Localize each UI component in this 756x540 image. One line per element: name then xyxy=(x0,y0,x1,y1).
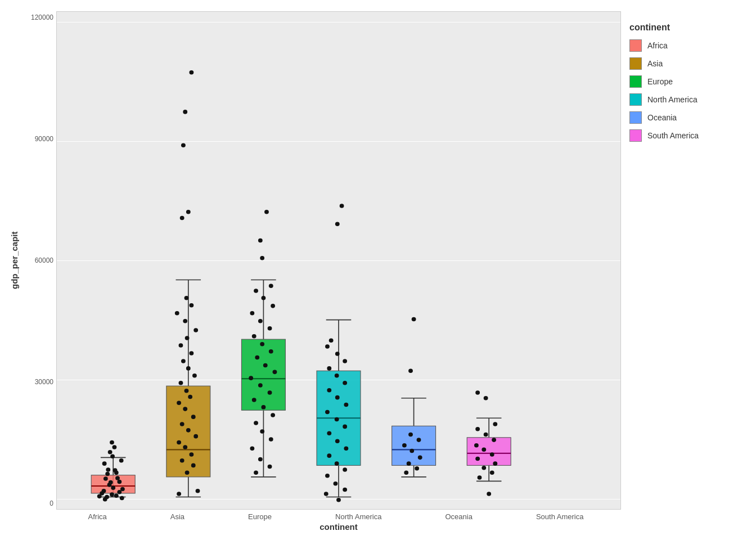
svg-point-162 xyxy=(482,466,486,470)
svg-point-79 xyxy=(254,471,258,475)
svg-point-85 xyxy=(254,421,258,425)
legend-label-africa: Africa xyxy=(647,41,668,50)
svg-point-8 xyxy=(110,440,114,445)
svg-point-80 xyxy=(268,465,272,469)
svg-point-14 xyxy=(111,485,115,490)
svg-point-9 xyxy=(106,467,110,472)
svg-point-54 xyxy=(184,389,189,393)
svg-point-131 xyxy=(335,374,339,378)
svg-point-86 xyxy=(271,413,275,417)
svg-point-26 xyxy=(102,461,107,466)
x-tick-oceania: Oceania xyxy=(445,512,472,521)
svg-point-43 xyxy=(180,458,184,463)
svg-point-173 xyxy=(475,390,480,395)
svg-point-95 xyxy=(269,349,273,354)
legend-item-southamerica: South America xyxy=(629,129,742,142)
svg-point-174 xyxy=(487,492,491,496)
svg-point-136 xyxy=(336,498,341,502)
svg-point-17 xyxy=(110,492,114,497)
legend-item-asia: Asia xyxy=(629,57,742,70)
x-axis-area: Africa Asia Europe North America Oceania… xyxy=(56,510,615,521)
svg-point-163 xyxy=(493,461,497,466)
svg-point-82 xyxy=(250,446,254,451)
svg-point-7 xyxy=(112,445,117,449)
boxplot-oceania xyxy=(392,317,436,477)
svg-point-45 xyxy=(183,445,187,449)
svg-point-148 xyxy=(410,449,414,453)
svg-point-122 xyxy=(335,439,340,443)
x-ticks-row: Africa Asia Europe North America Oceania… xyxy=(56,510,615,521)
legend-box-northamerica xyxy=(629,93,642,106)
svg-point-39 xyxy=(189,70,194,75)
svg-point-42 xyxy=(191,464,196,468)
svg-point-166 xyxy=(482,448,486,452)
svg-point-104 xyxy=(269,284,273,289)
svg-point-22 xyxy=(109,480,113,485)
svg-point-89 xyxy=(268,390,272,395)
svg-point-161 xyxy=(490,471,494,475)
svg-point-120 xyxy=(327,453,331,458)
svg-point-135 xyxy=(325,344,330,349)
plot-panel xyxy=(56,11,621,510)
svg-point-146 xyxy=(407,461,411,466)
legend-box-asia xyxy=(629,57,642,70)
chart-area: gdp_per_capit 120000 90000 60000 30000 0 xyxy=(6,11,621,534)
chart-container: gdp_per_capit 120000 90000 60000 30000 0 xyxy=(0,0,756,540)
svg-point-63 xyxy=(183,319,187,323)
svg-point-132 xyxy=(327,366,331,371)
svg-point-123 xyxy=(327,431,331,435)
plot-svg xyxy=(57,12,620,509)
legend-box-africa xyxy=(629,39,642,52)
svg-point-112 xyxy=(335,222,340,227)
svg-point-27 xyxy=(119,458,124,463)
svg-point-105 xyxy=(260,256,264,260)
svg-point-171 xyxy=(493,422,497,426)
svg-point-41 xyxy=(185,471,190,475)
legend-item-northamerica: North America xyxy=(629,93,742,106)
svg-point-28 xyxy=(110,454,115,458)
svg-point-88 xyxy=(252,398,256,402)
svg-point-47 xyxy=(194,434,198,439)
svg-point-114 xyxy=(324,492,328,496)
svg-point-38 xyxy=(183,110,187,114)
svg-point-92 xyxy=(273,370,277,375)
y-tick-30000: 30000 xyxy=(35,379,53,385)
svg-point-46 xyxy=(177,440,181,445)
svg-point-164 xyxy=(475,457,480,461)
svg-point-151 xyxy=(408,433,413,437)
svg-point-69 xyxy=(186,210,191,214)
svg-point-125 xyxy=(335,417,339,422)
svg-point-170 xyxy=(475,427,480,431)
legend-item-europe: Europe xyxy=(629,75,742,88)
svg-point-60 xyxy=(179,343,183,348)
svg-point-91 xyxy=(249,376,253,380)
svg-point-87 xyxy=(262,405,266,410)
svg-point-68 xyxy=(196,489,200,493)
plot-with-yaxis: gdp_per_capit 120000 90000 60000 30000 0 xyxy=(6,11,621,510)
svg-point-48 xyxy=(186,428,191,433)
legend-box-europe xyxy=(629,75,642,88)
svg-point-133 xyxy=(343,359,347,363)
svg-point-172 xyxy=(484,396,488,400)
boxplot-northamerica xyxy=(317,204,361,502)
svg-point-152 xyxy=(412,317,416,322)
svg-point-84 xyxy=(260,429,264,434)
svg-point-160 xyxy=(478,475,482,480)
svg-point-150 xyxy=(417,438,421,442)
svg-point-16 xyxy=(117,490,122,494)
x-tick-northamerica: North America xyxy=(335,512,381,521)
svg-point-145 xyxy=(415,466,419,471)
svg-point-56 xyxy=(192,374,197,378)
svg-point-6 xyxy=(108,450,112,454)
legend-title: continent xyxy=(629,22,742,33)
x-tick-europe: Europe xyxy=(248,512,272,521)
svg-point-55 xyxy=(179,381,183,385)
svg-rect-75 xyxy=(241,339,285,410)
svg-point-66 xyxy=(184,296,189,300)
svg-point-149 xyxy=(402,443,407,448)
svg-point-64 xyxy=(175,311,179,316)
svg-point-50 xyxy=(191,415,196,419)
boxplot-africa xyxy=(91,440,135,502)
svg-point-94 xyxy=(255,356,259,360)
legend-label-europe: Europe xyxy=(647,77,673,86)
